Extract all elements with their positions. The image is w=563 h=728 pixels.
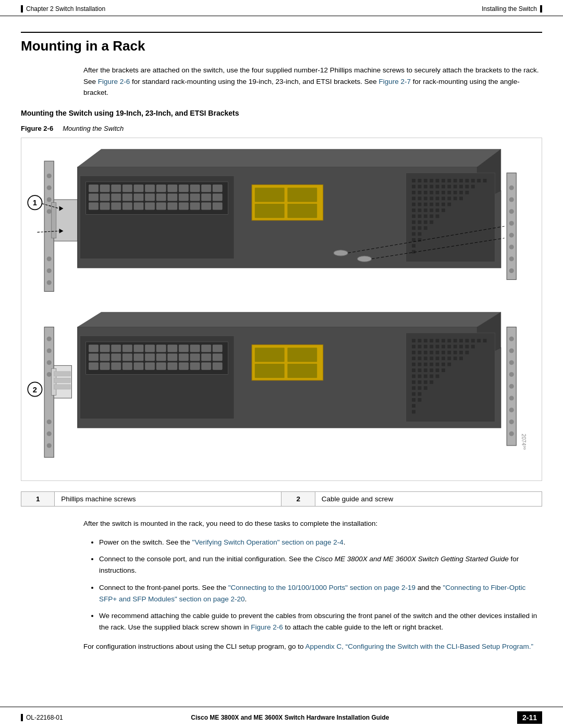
- svg-rect-265: [430, 368, 433, 372]
- svg-rect-171: [100, 344, 109, 352]
- svg-rect-79: [430, 184, 433, 188]
- svg-rect-105: [459, 196, 463, 200]
- footer-center: Cisco ME 3800X and ME 3600X Switch Hardw…: [191, 714, 389, 721]
- svg-rect-201: [168, 363, 177, 370]
- svg-rect-30: [190, 184, 200, 192]
- section-title: Mounting in a Rack: [21, 32, 542, 54]
- svg-rect-220: [459, 339, 463, 342]
- svg-rect-58: [255, 188, 285, 202]
- table-row: 1 Phillips machine screws 2 Cable guide …: [21, 491, 542, 506]
- figure-container: 1: [21, 138, 542, 481]
- svg-rect-133: [412, 238, 415, 242]
- ref-label-2: Cable guide and screw: [315, 491, 542, 506]
- svg-rect-128: [412, 226, 415, 230]
- svg-point-289: [509, 360, 514, 365]
- svg-rect-227: [424, 344, 427, 348]
- svg-rect-281: [418, 392, 422, 396]
- svg-rect-75: [483, 179, 487, 182]
- appendix-c-link[interactable]: Appendix C, “Configuring the Switch with…: [305, 643, 533, 650]
- svg-rect-279: [424, 386, 427, 390]
- svg-rect-32: [213, 184, 222, 192]
- svg-rect-31: [201, 184, 211, 192]
- svg-rect-129: [418, 226, 422, 230]
- svg-rect-36: [123, 193, 132, 201]
- list-item: We recommend attaching the cable guide t…: [99, 610, 542, 634]
- svg-rect-233: [459, 344, 463, 348]
- svg-rect-37: [134, 193, 143, 201]
- svg-rect-83: [454, 184, 457, 188]
- svg-point-142: [509, 232, 514, 237]
- svg-rect-87: [412, 191, 415, 194]
- svg-rect-117: [436, 208, 439, 212]
- svg-point-157: [47, 443, 52, 448]
- verifying-link[interactable]: "Verifying Switch Operation" section on …: [192, 538, 344, 546]
- svg-rect-41: [179, 193, 188, 201]
- svg-rect-103: [447, 196, 451, 200]
- svg-rect-176: [156, 344, 166, 352]
- ref-num-2: 2: [282, 491, 315, 506]
- svg-rect-106: [412, 203, 415, 206]
- svg-rect-238: [424, 351, 427, 354]
- svg-rect-70: [454, 179, 457, 182]
- svg-point-292: [509, 396, 514, 400]
- footer-guide-title: Cisco ME 3800X and ME 3600X Switch Hardw…: [191, 714, 389, 721]
- ref-label-1: Phillips machine screws: [55, 491, 282, 506]
- figure-2-6-link-intro[interactable]: Figure 2-6: [98, 78, 130, 85]
- svg-rect-219: [454, 339, 457, 342]
- ports-link[interactable]: "Connecting to the 10/100/1000 Ports" se…: [228, 584, 415, 591]
- svg-rect-127: [430, 220, 433, 224]
- intro-paragraph: After the brackets are attached on the s…: [83, 65, 542, 98]
- figure-2-7-link-intro[interactable]: Figure 2-7: [379, 78, 411, 85]
- svg-rect-257: [424, 363, 427, 366]
- svg-point-290: [509, 372, 514, 377]
- svg-rect-29: [179, 184, 188, 192]
- footer-left-bar: [21, 714, 23, 721]
- svg-rect-239: [430, 351, 433, 354]
- svg-rect-193: [213, 353, 222, 361]
- bullet-list: Power on the switch. See the "Verifying …: [99, 537, 542, 634]
- svg-rect-184: [112, 353, 121, 361]
- svg-rect-121: [424, 214, 427, 218]
- svg-rect-243: [454, 351, 457, 354]
- svg-rect-217: [442, 339, 445, 342]
- svg-rect-209: [255, 364, 285, 378]
- svg-rect-267: [442, 368, 445, 372]
- svg-rect-222: [471, 339, 475, 342]
- svg-rect-60: [255, 204, 285, 218]
- svg-rect-226: [418, 344, 422, 348]
- svg-rect-68: [442, 179, 445, 182]
- after-figure-text: After the switch is mounted in the rack,…: [83, 518, 542, 529]
- svg-rect-28: [168, 184, 177, 192]
- svg-rect-179: [190, 344, 200, 352]
- svg-rect-231: [447, 344, 451, 348]
- svg-rect-34: [100, 193, 109, 201]
- svg-marker-17: [78, 149, 501, 167]
- svg-rect-27: [156, 184, 166, 192]
- svg-rect-216: [436, 339, 439, 342]
- svg-rect-63: [412, 179, 415, 182]
- svg-point-145: [509, 268, 514, 273]
- svg-rect-250: [436, 356, 439, 360]
- svg-rect-39: [156, 193, 166, 201]
- page-footer: OL-22168-01 Cisco ME 3800X and ME 3600X …: [0, 707, 563, 728]
- svg-rect-283: [418, 398, 422, 402]
- svg-rect-236: [412, 351, 415, 354]
- svg-text:2: 2: [33, 385, 37, 393]
- svg-rect-162: [54, 385, 70, 389]
- svg-rect-50: [145, 203, 154, 210]
- svg-rect-131: [412, 232, 415, 236]
- svg-rect-237: [418, 351, 422, 354]
- svg-rect-48: [123, 203, 132, 210]
- svg-rect-185: [123, 353, 132, 361]
- svg-rect-173: [123, 344, 132, 352]
- svg-rect-101: [436, 196, 439, 200]
- svg-point-143: [509, 244, 514, 249]
- svg-rect-35: [112, 193, 121, 201]
- svg-rect-282: [412, 398, 415, 402]
- svg-rect-247: [418, 356, 422, 360]
- svg-rect-274: [418, 380, 422, 384]
- svg-rect-248: [424, 356, 427, 360]
- footer-left: OL-22168-01: [21, 714, 63, 721]
- svg-rect-132: [418, 232, 422, 236]
- figure-2-6-link-body[interactable]: Figure 2-6: [251, 623, 283, 631]
